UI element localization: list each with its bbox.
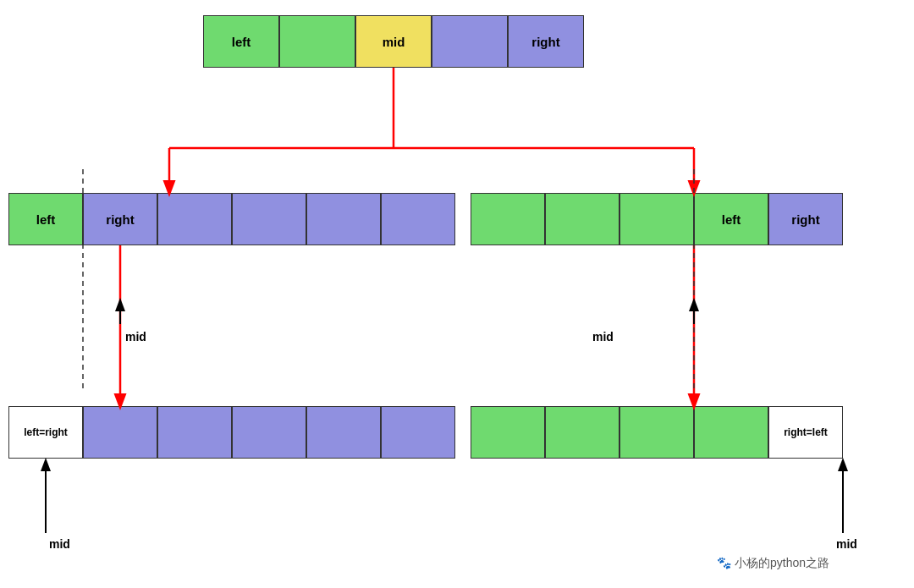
mid-left-cell-1: right (83, 193, 157, 245)
top-cell-3 (432, 15, 508, 68)
watermark: 🐾 小杨的python之路 (717, 556, 829, 571)
mid-left-cell-4 (306, 193, 381, 245)
mid-left-cell-3 (232, 193, 306, 245)
top-cell-2: mid (355, 15, 432, 68)
bot-right-cell-4: right=left (768, 406, 843, 459)
mid-left-array: left right (8, 193, 455, 245)
mid-left-cell-5 (381, 193, 455, 245)
mid-right-cell-0 (471, 193, 545, 245)
bot-right-cell-2 (619, 406, 694, 459)
bot-left-cell-4 (306, 406, 381, 459)
mid-left-label: mid (125, 330, 146, 343)
bot-left-cell-1 (83, 406, 157, 459)
bot-right-mid-label: mid (836, 537, 857, 551)
mid-right-cell-1 (545, 193, 619, 245)
bot-right-cell-1 (545, 406, 619, 459)
top-cell-0: left (203, 15, 279, 68)
top-cell-4: right (508, 15, 584, 68)
bot-left-cell-2 (157, 406, 232, 459)
diagram-container: left mid right left right mid left right… (0, 0, 914, 588)
top-cell-1 (279, 15, 355, 68)
bot-right-array: right=left (471, 406, 843, 459)
bot-right-cell-3 (694, 406, 768, 459)
mid-right-cell-4: right (768, 193, 843, 245)
top-array: left mid right (203, 15, 584, 68)
bot-left-array: left=right (8, 406, 455, 459)
mid-right-cell-3: left (694, 193, 768, 245)
mid-left-cell-2 (157, 193, 232, 245)
mid-right-label: mid (592, 330, 614, 343)
bot-left-cell-0: left=right (8, 406, 83, 459)
bot-left-cell-3 (232, 406, 306, 459)
arrows-svg (0, 0, 914, 588)
bot-right-cell-0 (471, 406, 545, 459)
bot-left-cell-5 (381, 406, 455, 459)
mid-left-cell-0: left (8, 193, 83, 245)
bot-left-mid-label: mid (49, 537, 70, 551)
mid-right-array: left right (471, 193, 843, 245)
mid-right-cell-2 (619, 193, 694, 245)
